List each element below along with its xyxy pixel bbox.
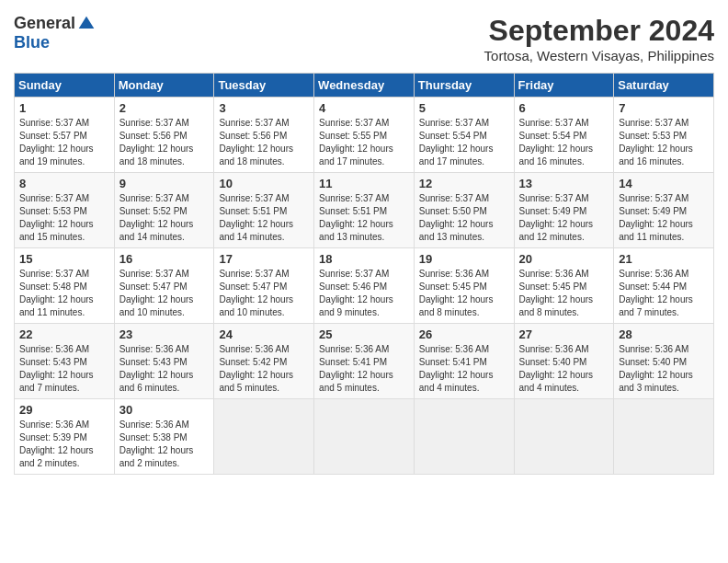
calendar-day-cell: 22 Sunrise: 5:36 AM Sunset: 5:43 PM Dayl…	[15, 324, 115, 399]
daylight-label: Daylight: 12 hours and 14 minutes.	[219, 219, 293, 242]
sunrise-label: Sunrise: 5:36 AM	[319, 344, 389, 354]
sunrise-label: Sunrise: 5:36 AM	[119, 344, 189, 354]
day-info: Sunrise: 5:36 AM Sunset: 5:44 PM Dayligh…	[619, 268, 709, 319]
day-info: Sunrise: 5:36 AM Sunset: 5:40 PM Dayligh…	[519, 343, 609, 395]
daylight-label: Daylight: 12 hours and 17 minutes.	[319, 144, 393, 167]
calendar-day-cell: 24 Sunrise: 5:36 AM Sunset: 5:42 PM Dayl…	[214, 324, 314, 399]
empty-cell	[314, 399, 415, 475]
daylight-label: Daylight: 12 hours and 18 minutes.	[219, 144, 293, 167]
calendar-table: SundayMondayTuesdayWednesdayThursdayFrid…	[14, 73, 714, 475]
sunset-label: Sunset: 5:56 PM	[219, 131, 287, 141]
sunset-label: Sunset: 5:38 PM	[119, 432, 188, 442]
day-info: Sunrise: 5:36 AM Sunset: 5:45 PM Dayligh…	[419, 268, 509, 319]
calendar-week-row: 29 Sunrise: 5:36 AM Sunset: 5:39 PM Dayl…	[15, 399, 714, 475]
day-info: Sunrise: 5:37 AM Sunset: 5:47 PM Dayligh…	[119, 268, 210, 319]
sunrise-label: Sunrise: 5:36 AM	[519, 344, 589, 354]
sunrise-label: Sunrise: 5:37 AM	[19, 269, 89, 279]
daylight-label: Daylight: 12 hours and 16 minutes.	[519, 144, 594, 167]
daylight-label: Daylight: 12 hours and 17 minutes.	[419, 144, 494, 167]
sunset-label: Sunset: 5:54 PM	[419, 131, 487, 141]
calendar-day-cell: 27 Sunrise: 5:36 AM Sunset: 5:40 PM Dayl…	[514, 324, 614, 399]
header-wednesday: Wednesday	[314, 74, 415, 98]
day-info: Sunrise: 5:37 AM Sunset: 5:52 PM Dayligh…	[119, 192, 210, 244]
sunrise-label: Sunrise: 5:36 AM	[519, 269, 589, 279]
sunrise-label: Sunrise: 5:37 AM	[19, 118, 89, 128]
day-number: 19	[419, 252, 509, 266]
calendar-day-cell: 21 Sunrise: 5:36 AM Sunset: 5:44 PM Dayl…	[614, 248, 714, 324]
sunrise-label: Sunrise: 5:36 AM	[119, 419, 189, 430]
header-saturday: Saturday	[614, 74, 714, 98]
day-number: 22	[19, 327, 109, 341]
month-title: September 2024	[484, 14, 714, 48]
sunset-label: Sunset: 5:40 PM	[519, 357, 587, 367]
sunset-label: Sunset: 5:39 PM	[19, 432, 87, 442]
calendar-day-cell: 16 Sunrise: 5:37 AM Sunset: 5:47 PM Dayl…	[114, 248, 214, 324]
sunset-label: Sunset: 5:41 PM	[419, 357, 487, 367]
header-friday: Friday	[514, 74, 614, 98]
sunset-label: Sunset: 5:51 PM	[219, 206, 287, 216]
sunset-label: Sunset: 5:45 PM	[519, 282, 587, 292]
calendar-day-cell: 26 Sunrise: 5:36 AM Sunset: 5:41 PM Dayl…	[414, 324, 514, 399]
day-number: 21	[619, 252, 709, 266]
sunset-label: Sunset: 5:46 PM	[319, 282, 387, 292]
daylight-label: Daylight: 12 hours and 7 minutes.	[619, 294, 693, 317]
calendar-day-cell: 9 Sunrise: 5:37 AM Sunset: 5:52 PM Dayli…	[114, 173, 214, 248]
title-area: September 2024 Tortosa, Western Visayas,…	[484, 14, 714, 63]
sunrise-label: Sunrise: 5:36 AM	[419, 269, 489, 279]
calendar-day-cell: 23 Sunrise: 5:36 AM Sunset: 5:43 PM Dayl…	[114, 324, 214, 399]
day-number: 7	[619, 101, 709, 115]
daylight-label: Daylight: 12 hours and 16 minutes.	[619, 144, 693, 167]
sunrise-label: Sunrise: 5:37 AM	[619, 193, 688, 203]
daylight-label: Daylight: 12 hours and 14 minutes.	[119, 219, 194, 242]
day-number: 6	[519, 101, 609, 115]
sunset-label: Sunset: 5:53 PM	[619, 131, 687, 141]
day-number: 5	[419, 101, 509, 115]
calendar-day-cell: 7 Sunrise: 5:37 AM Sunset: 5:53 PM Dayli…	[614, 98, 714, 173]
daylight-label: Daylight: 12 hours and 7 minutes.	[19, 370, 94, 393]
day-number: 16	[119, 252, 210, 266]
day-number: 4	[319, 101, 409, 115]
logo-icon	[77, 15, 96, 33]
header: General Blue September 2024 Tortosa, Wes…	[14, 14, 714, 63]
day-number: 29	[19, 403, 109, 417]
sunrise-label: Sunrise: 5:37 AM	[219, 118, 289, 128]
calendar-day-cell: 19 Sunrise: 5:36 AM Sunset: 5:45 PM Dayl…	[414, 248, 514, 324]
calendar-day-cell: 3 Sunrise: 5:37 AM Sunset: 5:56 PM Dayli…	[214, 98, 314, 173]
day-info: Sunrise: 5:37 AM Sunset: 5:48 PM Dayligh…	[19, 268, 109, 319]
calendar-day-cell: 5 Sunrise: 5:37 AM Sunset: 5:54 PM Dayli…	[414, 98, 514, 173]
daylight-label: Daylight: 12 hours and 19 minutes.	[19, 144, 94, 167]
sunset-label: Sunset: 5:49 PM	[519, 206, 587, 216]
daylight-label: Daylight: 12 hours and 10 minutes.	[119, 294, 194, 317]
sunrise-label: Sunrise: 5:36 AM	[19, 419, 89, 430]
day-info: Sunrise: 5:37 AM Sunset: 5:53 PM Dayligh…	[619, 117, 709, 168]
calendar-day-cell: 20 Sunrise: 5:36 AM Sunset: 5:45 PM Dayl…	[514, 248, 614, 324]
header-monday: Monday	[114, 74, 214, 98]
sunset-label: Sunset: 5:55 PM	[319, 131, 387, 141]
day-info: Sunrise: 5:36 AM Sunset: 5:40 PM Dayligh…	[619, 343, 709, 395]
logo: General Blue	[14, 14, 96, 52]
sunrise-label: Sunrise: 5:36 AM	[219, 344, 289, 354]
calendar-day-cell: 6 Sunrise: 5:37 AM Sunset: 5:54 PM Dayli…	[514, 98, 614, 173]
sunrise-label: Sunrise: 5:37 AM	[519, 193, 589, 203]
day-number: 2	[119, 101, 210, 115]
sunrise-label: Sunrise: 5:37 AM	[619, 118, 688, 128]
sunset-label: Sunset: 5:57 PM	[19, 131, 87, 141]
sunrise-label: Sunrise: 5:37 AM	[119, 118, 189, 128]
logo-general-text: General	[14, 14, 75, 33]
day-info: Sunrise: 5:37 AM Sunset: 5:51 PM Dayligh…	[219, 192, 309, 244]
calendar-day-cell: 2 Sunrise: 5:37 AM Sunset: 5:56 PM Dayli…	[114, 98, 214, 173]
day-info: Sunrise: 5:37 AM Sunset: 5:54 PM Dayligh…	[419, 117, 509, 168]
sunset-label: Sunset: 5:47 PM	[119, 282, 188, 292]
sunset-label: Sunset: 5:44 PM	[619, 282, 687, 292]
calendar-day-cell: 4 Sunrise: 5:37 AM Sunset: 5:55 PM Dayli…	[314, 98, 415, 173]
day-info: Sunrise: 5:36 AM Sunset: 5:41 PM Dayligh…	[319, 343, 409, 395]
day-info: Sunrise: 5:36 AM Sunset: 5:43 PM Dayligh…	[119, 343, 210, 395]
sunrise-label: Sunrise: 5:36 AM	[19, 344, 89, 354]
day-info: Sunrise: 5:37 AM Sunset: 5:56 PM Dayligh…	[119, 117, 210, 168]
calendar-day-cell: 13 Sunrise: 5:37 AM Sunset: 5:49 PM Dayl…	[514, 173, 614, 248]
sunrise-label: Sunrise: 5:37 AM	[519, 118, 589, 128]
calendar-day-cell: 8 Sunrise: 5:37 AM Sunset: 5:53 PM Dayli…	[15, 173, 115, 248]
empty-cell	[414, 399, 514, 475]
sunset-label: Sunset: 5:53 PM	[19, 206, 87, 216]
calendar-day-cell: 15 Sunrise: 5:37 AM Sunset: 5:48 PM Dayl…	[15, 248, 115, 324]
